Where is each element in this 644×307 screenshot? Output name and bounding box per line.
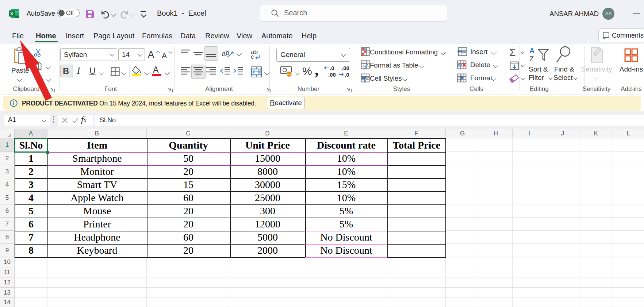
svg-text:X: X: [10, 11, 14, 16]
